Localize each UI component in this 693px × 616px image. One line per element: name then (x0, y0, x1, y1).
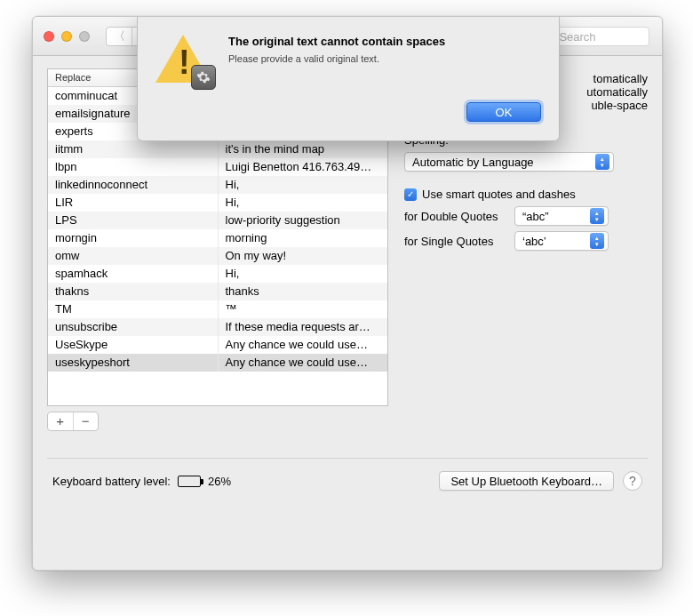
ok-button[interactable]: OK (466, 102, 541, 122)
alert-sheet: ! The original text cannot contain space… (137, 17, 560, 141)
cell-replace[interactable]: linkedinnoconnect (48, 176, 219, 194)
cell-with[interactable]: Hi, (219, 194, 388, 212)
cell-with[interactable]: low-priority suggestion (219, 212, 388, 229)
table-row[interactable]: spamhackHi, (48, 265, 387, 283)
cell-with[interactable]: Any chance we could use… (219, 336, 388, 354)
bluetooth-setup-button[interactable]: Set Up Bluetooth Keyboard… (439, 471, 614, 491)
cell-with[interactable]: Hi, (219, 265, 388, 283)
table-row[interactable]: iitmmit's in the mind map (48, 140, 387, 158)
add-button[interactable]: + (48, 412, 73, 430)
cell-with[interactable]: On my way! (219, 247, 388, 265)
search-placeholder: Search (559, 30, 595, 44)
cell-with[interactable]: it's in the mind map (219, 140, 388, 158)
minimize-window-button[interactable] (61, 31, 72, 42)
cell-replace[interactable]: spamhack (48, 265, 219, 283)
battery-percent: 26% (208, 475, 231, 488)
warning-icon: ! (155, 35, 212, 86)
table-row[interactable]: lbpnLuigi Benetton 416.763.49… (48, 158, 387, 176)
cell-with[interactable]: Luigi Benetton 416.763.49… (219, 158, 388, 176)
table-row[interactable]: UseSkypeAny chance we could use… (48, 336, 387, 354)
cell-replace[interactable]: lbpn (48, 158, 219, 176)
alert-message: Please provide a valid original text. (228, 53, 445, 64)
cell-replace[interactable]: useskypeshort (48, 354, 219, 372)
back-icon[interactable]: 〈 (107, 28, 131, 45)
table-row[interactable]: omwOn my way! (48, 247, 387, 265)
table-row[interactable]: TM™ (48, 300, 387, 318)
cell-replace[interactable]: LPS (48, 212, 219, 229)
smart-quotes-label: Use smart quotes and dashes (422, 188, 576, 201)
battery-icon (178, 476, 201, 487)
table-row[interactable]: mornginmorning (48, 229, 387, 247)
table-row[interactable]: LPSlow-priority suggestion (48, 212, 387, 229)
smart-quotes-checkbox[interactable]: ✓ (404, 188, 417, 201)
cell-replace[interactable]: unsubscribe (48, 318, 219, 336)
cell-replace[interactable]: LIR (48, 194, 219, 212)
spelling-select[interactable]: Automatic by Language ▴▾ (404, 152, 614, 172)
cell-replace[interactable]: morngin (48, 229, 219, 247)
table-row[interactable]: LIRHi, (48, 194, 387, 212)
cell-with[interactable]: If these media requests ar… (219, 318, 388, 336)
table-row[interactable]: linkedinnoconnectHi, (48, 176, 387, 194)
zoom-window-button (79, 31, 90, 42)
add-remove-control: + − (47, 412, 99, 431)
cell-with[interactable]: thanks (219, 283, 388, 300)
divider (47, 458, 648, 459)
cell-replace[interactable]: thakns (48, 283, 219, 300)
double-quotes-label: for Double Quotes (404, 210, 509, 223)
spelling-value: Automatic by Language (412, 156, 534, 169)
chevron-up-down-icon: ▴▾ (590, 233, 604, 249)
cell-with[interactable]: Hi, (219, 176, 388, 194)
preferences-window: 〈 〉 Keyboard Search Replace With (32, 16, 663, 571)
gear-icon (191, 65, 216, 90)
cell-replace[interactable]: TM (48, 300, 219, 318)
remove-button[interactable]: − (73, 412, 99, 430)
cell-with[interactable]: ™ (219, 300, 388, 318)
cell-replace[interactable]: omw (48, 247, 219, 265)
single-quotes-select[interactable]: ‘abc’ ▴▾ (514, 231, 609, 251)
table-row[interactable]: useskypeshortAny chance we could use… (48, 354, 387, 372)
table-row[interactable]: thaknsthanks (48, 283, 387, 300)
cell-replace[interactable]: UseSkype (48, 336, 219, 354)
chevron-up-down-icon: ▴▾ (590, 208, 604, 224)
single-quotes-label: for Single Quotes (404, 235, 509, 248)
double-quotes-select[interactable]: “abc” ▴▾ (514, 206, 609, 226)
alert-title: The original text cannot contain spaces (228, 35, 445, 48)
window-controls (44, 31, 90, 42)
battery-label: Keyboard battery level: (52, 475, 171, 488)
close-window-button[interactable] (44, 31, 54, 42)
cell-with[interactable]: Any chance we could use… (219, 354, 388, 372)
table-row[interactable]: unsubscribeIf these media requests ar… (48, 318, 387, 336)
help-button[interactable]: ? (623, 471, 642, 491)
cell-replace[interactable]: iitmm (48, 140, 219, 158)
cell-with[interactable]: morning (219, 229, 388, 247)
chevron-up-down-icon: ▴▾ (595, 154, 609, 170)
